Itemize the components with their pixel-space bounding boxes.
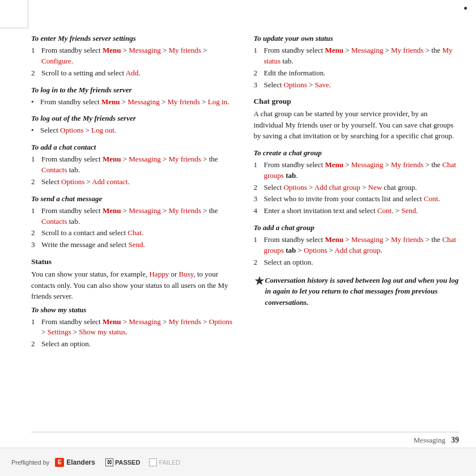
chat-group-paragraph: A chat group can be started by your serv… [254,108,460,142]
keyword: My friends [168,97,200,106]
keyword: Messaging [129,46,160,54]
keyword: My friends [169,46,201,54]
section-login: To log in to the My friends server • Fro… [31,86,237,108]
item-text: Enter a short invitation text and select… [264,206,418,216]
item-text: Select Options > Add contact. [41,177,130,188]
item-text: Scroll to a contact and select Chat. [41,228,143,239]
keyword: Options [284,80,307,89]
item-text: Scroll to a setting and select Add. [41,68,140,79]
keyword: Log in [208,97,227,106]
keyword: Add [126,69,138,77]
list-item: 2 Select an option. [31,339,237,350]
passed-icon: ☒ [105,458,113,466]
note-item: ★ Conversation history is saved between … [254,275,460,312]
keyword: Menu [103,46,121,54]
section-title-add-chat-group: To add a chat group [254,223,460,232]
note-bullet-icon: ★ [254,274,261,312]
list-item: 1 From standby select Menu > Messaging >… [254,45,460,67]
main-content: To enter My friends server settings 1 Fr… [31,34,459,425]
item-text: From standby select Menu > Messaging > M… [41,45,237,67]
keyword: Send [129,240,143,249]
keyword: Menu [325,46,343,54]
item-text: From standby select Menu > Messaging > M… [41,154,237,176]
item-num: 2 [31,68,39,79]
keyword: Chat [128,228,142,237]
item-text: Select Options > Save. [264,80,332,91]
item-text: Select who to invite from your contacts … [264,194,440,205]
elanders-icon: E [55,458,64,467]
keyword: Add chat group [334,246,380,254]
page-number: 39 [451,436,459,445]
list-item: 1 From standby select Menu > Messaging >… [254,160,460,181]
item-text: From standby select Menu > Messaging > M… [264,45,460,67]
item-text: From standby select Menu > Messaging > M… [41,206,237,227]
list-item: 2 Select an option. [254,257,460,268]
list-send-message: 1 From standby select Menu > Messaging >… [31,206,237,250]
keyword: Contacts [41,165,67,174]
item-num: 1 [31,154,39,176]
list-logout: • Select Options > Log out. [31,125,237,136]
item-text: From standby select Menu > Messaging > M… [40,97,229,108]
keyword: My friends [169,206,201,215]
section-note: ★ Conversation history is saved between … [254,275,460,312]
list-add-chat-group: 1 From standby select Menu > Messaging >… [254,235,460,268]
bullet: • [31,125,37,136]
section-title-enter-server: To enter My friends server settings [31,34,237,43]
keyword: Menu [103,206,121,215]
keyword: Menu [325,235,343,244]
keyword: Messaging [129,155,160,163]
list-item: 3 Select who to invite from your contact… [254,194,460,205]
list-show-status: 1 From standby select Menu > Messaging >… [31,317,237,350]
status-heading: Status [31,257,237,266]
item-num: 3 [254,80,262,91]
keyword: Cont [424,194,438,203]
keyword: Configure [41,57,71,65]
keyword: My friends [391,160,423,169]
section-status: Status You can show your status, for exa… [31,257,237,350]
keyword: Messaging [129,206,160,215]
item-num: 2 [254,182,262,193]
list-item: 1 From standby select Menu > Messaging >… [31,154,237,176]
keyword: Messaging [351,235,383,244]
list-item: 1 From standby select Menu > Messaging >… [31,45,237,67]
item-text: Edit the information. [264,68,326,79]
item-text: From standby select Menu > Messaging > M… [41,317,237,338]
keyword: Cont [377,206,392,215]
section-add-chat-group: To add a chat group 1 From standby selec… [254,223,460,268]
keyword: Menu [101,97,120,106]
item-text: From standby select Menu > Messaging > M… [264,235,460,256]
list-item: 3 Write the message and select Send. [31,240,237,250]
list-item: 3 Select Options > Save. [254,80,460,91]
item-num: 3 [254,194,262,205]
keyword: Happy [149,270,169,278]
item-num: 2 [254,257,262,268]
footer-subject: Messaging [414,436,445,445]
list-enter-server: 1 From standby select Menu > Messaging >… [31,45,237,79]
keyword: Menu [103,317,121,326]
list-item: 4 Enter a short invitation text and sele… [254,206,460,216]
item-num: 2 [31,228,39,239]
keyword: Options [209,317,232,326]
keyword: My friends [391,235,423,244]
item-num: 1 [254,45,262,67]
section-send-message: To send a chat message 1 From standby se… [31,194,237,250]
corner-dot-tr [464,7,467,10]
bottom-bar: Preflighted by E Elanders ☒ PASSED FAILE… [0,448,476,476]
section-title-send-message: To send a chat message [31,194,237,203]
preflight-label: Preflighted by [11,459,49,466]
section-logout: To log out of the My friends server • Se… [31,114,237,136]
list-item: • Select Options > Log out. [31,125,237,136]
passed-badge: ☒ PASSED [105,458,140,466]
keyword: Busy [178,270,193,278]
keyword: Menu [325,160,343,169]
keyword: tab [286,246,296,254]
item-num: 2 [31,177,39,188]
section-title-logout: To log out of the My friends server [31,114,237,123]
list-item: 2 Edit the information. [254,68,460,79]
elanders-logo: E Elanders [55,458,95,467]
list-item: 2 Scroll to a setting and select Add. [31,68,237,79]
section-chat-group-intro: Chat group A chat group can be started b… [254,97,460,142]
item-text: Write the message and select Send. [41,240,145,250]
keyword: Options [284,183,307,192]
list-add-contact: 1 From standby select Menu > Messaging >… [31,154,237,188]
